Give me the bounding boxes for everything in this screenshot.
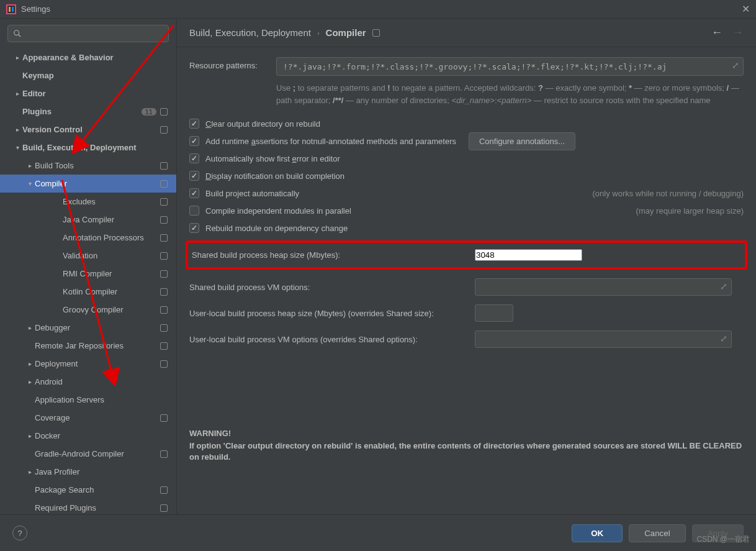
- tree-item-annotation-processors[interactable]: Annotation Processors: [0, 229, 176, 247]
- checkbox[interactable]: [189, 223, 199, 233]
- chevron-right-icon: ▸: [25, 324, 35, 331]
- checkbox[interactable]: [189, 206, 199, 216]
- tree-item-validation[interactable]: Validation: [0, 247, 176, 265]
- warning-body: If option 'Clear output directory on reb…: [189, 440, 744, 463]
- tree-item-plugins[interactable]: Plugins11: [0, 102, 176, 121]
- search-input-wrap[interactable]: [7, 25, 169, 42]
- back-button[interactable]: ←: [711, 26, 722, 39]
- checkbox[interactable]: [189, 171, 199, 181]
- heap-size-input[interactable]: [475, 249, 582, 261]
- tree-item-label: Build, Execution, Deployment: [22, 143, 168, 152]
- user-heap-input[interactable]: [475, 304, 513, 322]
- project-scope-icon: [160, 216, 168, 224]
- svg-rect-1: [7, 6, 15, 13]
- cancel-button[interactable]: Cancel: [629, 524, 686, 542]
- compiler-settings-panel: Resource patterns: !?*.java;!?*.form;!?*…: [177, 47, 756, 514]
- project-scope-icon: [160, 504, 168, 512]
- tree-item-build-execution-deployment[interactable]: ▾Build, Execution, Deployment: [0, 139, 176, 157]
- checkbox-label: Add runtime assertions for notnull-annot…: [205, 137, 456, 146]
- checkbox-hint: (may require larger heap size): [605, 206, 744, 216]
- breadcrumb: Build, Execution, Deployment › Compiler …: [177, 19, 756, 47]
- tree-item-build-tools[interactable]: ▸Build Tools: [0, 157, 176, 175]
- tree-item-kotlin-compiler[interactable]: Kotlin Compiler: [0, 283, 176, 301]
- checkbox-label: Compile independent modules in parallel: [205, 206, 351, 216]
- help-button[interactable]: ?: [12, 526, 27, 540]
- configure-annotations-button[interactable]: Configure annotations...: [469, 132, 575, 150]
- expand-icon[interactable]: ⤢: [732, 60, 739, 70]
- resource-patterns-input[interactable]: !?*.java;!?*.form;!?*.class;!?*.groovy;!…: [276, 57, 744, 76]
- close-icon[interactable]: ✕: [742, 3, 750, 15]
- svg-point-4: [14, 30, 19, 35]
- project-scope-icon: [160, 180, 168, 188]
- checkbox[interactable]: [189, 136, 199, 146]
- tree-item-android[interactable]: ▸Android: [0, 373, 176, 391]
- app-icon: [6, 4, 16, 14]
- tree-item-label: Required Plugins: [35, 503, 160, 512]
- project-scope-icon: [160, 126, 168, 134]
- tree-item-excludes[interactable]: Excludes: [0, 193, 176, 211]
- tree-item-label: Coverage: [35, 413, 160, 422]
- vm-options-label: Shared build process VM options:: [189, 283, 475, 292]
- chevron-down-icon: ▾: [25, 180, 35, 187]
- project-scope-icon: [160, 324, 168, 332]
- user-vm-label: User-local build process VM options (ove…: [189, 335, 475, 344]
- chevron-right-icon: ▸: [25, 378, 35, 385]
- tree-item-gradle-android-compiler[interactable]: Gradle-Android Compiler: [0, 445, 176, 463]
- breadcrumb-current: Compiler: [326, 27, 366, 38]
- expand-icon[interactable]: ⤢: [720, 334, 727, 344]
- tree-item-label: Plugins: [22, 107, 142, 116]
- checkbox-label: Clear output directory on rebuild: [205, 119, 320, 129]
- tree-item-label: Compiler: [35, 179, 160, 188]
- tree-item-debugger[interactable]: ▸Debugger: [0, 319, 176, 337]
- tree-item-label: Java Compiler: [63, 215, 160, 224]
- tree-item-application-servers[interactable]: Application Servers: [0, 391, 176, 409]
- project-scope-icon: [160, 342, 168, 350]
- tree-item-label: Java Profiler: [35, 467, 168, 476]
- expand-icon[interactable]: ⤢: [720, 281, 727, 291]
- tree-item-keymap[interactable]: Keymap: [0, 66, 176, 84]
- checkbox-row: Rebuild module on dependency change: [189, 219, 744, 237]
- checkbox[interactable]: [189, 153, 199, 163]
- checkbox-label: Build project automatically: [205, 189, 299, 198]
- user-vm-input[interactable]: ⤢: [475, 330, 732, 348]
- tree-item-java-profiler[interactable]: ▸Java Profiler: [0, 463, 176, 481]
- tree-item-package-search[interactable]: Package Search: [0, 481, 176, 499]
- checkbox-hint: (only works while not running / debuggin…: [561, 189, 744, 198]
- tree-item-label: Excludes: [63, 197, 160, 206]
- tree-item-coverage[interactable]: Coverage: [0, 409, 176, 427]
- tree-item-compiler[interactable]: ▾Compiler: [0, 175, 176, 193]
- tree-item-label: Appearance & Behavior: [22, 53, 168, 62]
- tree-item-docker[interactable]: ▸Docker: [0, 427, 176, 445]
- tree-item-label: Gradle-Android Compiler: [35, 449, 160, 458]
- tree-item-rmi-compiler[interactable]: RMI Compiler: [0, 265, 176, 283]
- tree-item-label: Annotation Processors: [63, 233, 160, 242]
- warning-head: WARNING!: [189, 429, 744, 438]
- tree-item-label: Keymap: [22, 71, 168, 80]
- search-input[interactable]: [24, 29, 163, 39]
- chevron-right-icon: ▸: [25, 468, 35, 475]
- tree-item-java-compiler[interactable]: Java Compiler: [0, 211, 176, 229]
- vm-options-input[interactable]: ⤢: [475, 278, 732, 296]
- tree-item-label: Android: [35, 377, 168, 386]
- tree-item-required-plugins[interactable]: Required Plugins: [0, 499, 176, 514]
- checkbox-row: Display notification on build completion: [189, 167, 744, 184]
- svg-rect-3: [12, 7, 14, 12]
- tree-item-groovy-compiler[interactable]: Groovy Compiler: [0, 301, 176, 319]
- tree-item-label: Version Control: [22, 125, 160, 134]
- tree-item-deployment[interactable]: ▸Deployment: [0, 355, 176, 373]
- watermark: CSDN @一宿君: [696, 534, 750, 545]
- project-scope-icon: [160, 306, 168, 314]
- tree-item-appearance-behavior[interactable]: ▸Appearance & Behavior: [0, 48, 176, 66]
- checkbox[interactable]: [189, 188, 199, 198]
- checkbox[interactable]: [189, 119, 199, 129]
- breadcrumb-parent[interactable]: Build, Execution, Deployment: [189, 27, 311, 38]
- tree-item-version-control[interactable]: ▸Version Control: [0, 121, 176, 139]
- tree-item-label: Debugger: [35, 323, 160, 332]
- settings-tree[interactable]: ▸Appearance & BehaviorKeymap▸EditorPlugi…: [0, 48, 176, 514]
- ok-button[interactable]: OK: [572, 524, 623, 542]
- tree-item-editor[interactable]: ▸Editor: [0, 84, 176, 102]
- user-heap-label: User-local build process heap size (Mbyt…: [189, 309, 475, 318]
- checkbox-row: Build project automatically(only works w…: [189, 184, 744, 202]
- tree-item-label: Deployment: [35, 359, 160, 368]
- tree-item-remote-jar-repositories[interactable]: Remote Jar Repositories: [0, 337, 176, 355]
